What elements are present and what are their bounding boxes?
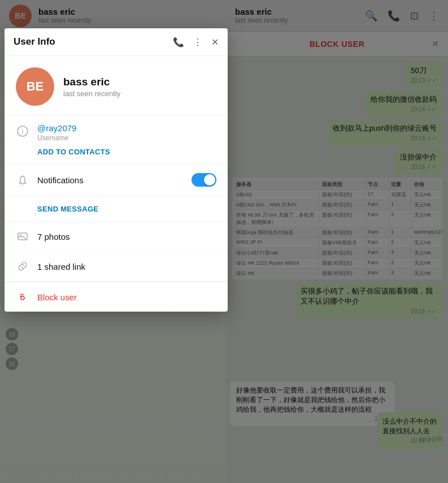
block-user-row[interactable]: Block user [5,282,228,312]
modal-header: User Info 📞 ⋮ ✕ [5,28,228,56]
info-circle-icon: i [16,124,29,138]
notifications-label: Notifications [37,175,184,185]
modal-header-icons: 📞 ⋮ ✕ [173,37,219,48]
user-avatar: BE [16,67,54,106]
modal-close-icon[interactable]: ✕ [211,37,219,48]
add-to-contacts-button[interactable]: ADD TO CONTACTS [37,148,216,156]
user-info: bass eric last seen recently [63,76,120,98]
toggle-knob [204,174,215,186]
svg-point-2 [22,184,23,186]
modal-phone-icon[interactable]: 📞 [173,37,184,48]
link-icon [16,260,29,273]
block-user-label: Block user [37,292,77,302]
send-message-button[interactable]: SEND MESSAGE [37,205,98,213]
photos-label: 7 photos [37,232,70,241]
bell-icon [16,174,29,187]
username-value: @ray2079 [37,123,216,133]
user-profile-section: BE bass eric last seen recently [5,56,228,115]
shared-links-row[interactable]: 1 shared link [5,252,228,282]
username-content: @ray2079 Username ADD TO CONTACTS [37,123,216,156]
photos-icon [16,230,29,243]
username-row: i @ray2079 Username ADD TO CONTACTS [5,115,228,165]
user-info-modal: User Info 📞 ⋮ ✕ BE bass eric last seen r… [5,28,228,312]
block-icon [16,290,29,304]
send-message-row: SEND MESSAGE [5,196,228,222]
user-profile-status: last seen recently [63,89,120,98]
notifications-row: Notifications [5,165,228,196]
modal-more-icon[interactable]: ⋮ [193,37,202,48]
svg-text:i: i [22,128,24,136]
shared-links-label: 1 shared link [37,262,85,271]
user-profile-name: bass eric [63,76,120,88]
username-label: Username [37,134,216,142]
notifications-toggle[interactable] [192,173,216,187]
photos-row[interactable]: 7 photos [5,222,228,252]
svg-point-5 [21,296,24,300]
modal-title: User Info [14,36,168,48]
